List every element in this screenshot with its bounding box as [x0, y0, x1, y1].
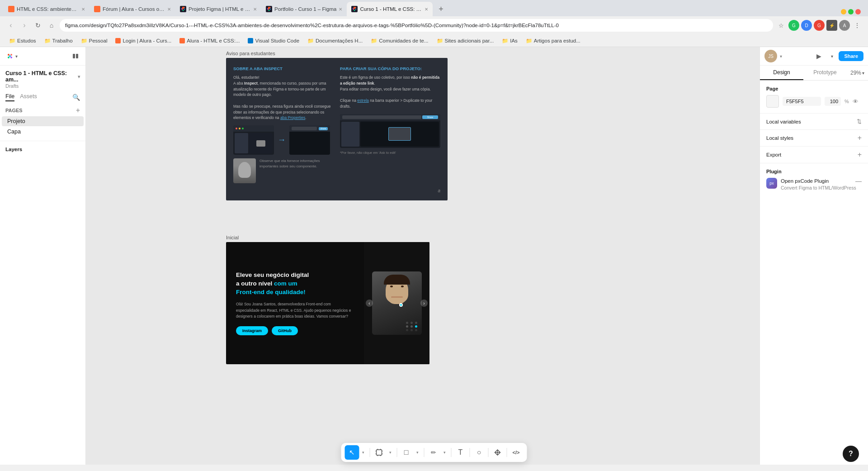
select-tool-dropdown[interactable]: ▾ [360, 445, 367, 460]
right-panel: JS ▾ ▶ ▾ Share Design Prototype 29% ▾ Pa… [760, 47, 868, 465]
component-tool[interactable] [491, 445, 505, 460]
project-title: Curso 1 - HTML e CSS: am... ▾ [5, 70, 80, 83]
reload-button[interactable]: ↻ [33, 20, 43, 31]
bookmark-pessoal[interactable]: 📁 Pessoal [77, 37, 111, 45]
local-variables-sort-icon[interactable]: ⇅ [857, 118, 862, 125]
bookmark-sites[interactable]: 📁 Sites adicionais par... [433, 37, 498, 45]
sidebar-layout-toggle[interactable] [69, 50, 82, 62]
tab-2[interactable]: Fórum | Alura - Cursos online c... ✕ [90, 2, 175, 16]
bookmark-sites-icon: 📁 [437, 38, 443, 44]
toolbar-sep-1 [370, 448, 370, 457]
share-button[interactable]: Share [839, 51, 863, 61]
select-tool[interactable]: ↖ [345, 445, 359, 460]
tab-4-close[interactable]: ✕ [339, 7, 342, 12]
bookmark-trabalho[interactable]: 📁 Trabalho [41, 37, 76, 45]
page-color-swatch[interactable] [766, 95, 779, 108]
bookmark-artigos[interactable]: 📁 Artigos para estud... [522, 37, 584, 45]
pen-tool-dropdown[interactable]: ▾ [441, 445, 448, 460]
shape-tool-dropdown[interactable]: ▾ [414, 445, 421, 460]
tab-3-close[interactable]: ✕ [253, 7, 257, 12]
project-title-area: Curso 1 - HTML e CSS: am... ▾ Drafts [0, 66, 85, 90]
figma-menu-button[interactable]: ▾ [4, 51, 20, 62]
export-add-icon[interactable]: + [858, 151, 862, 158]
tab-5-favicon [351, 6, 358, 12]
eye-icon[interactable]: 👁 [853, 98, 859, 105]
export-row: Export + [760, 147, 868, 163]
avatar-dropdown-icon[interactable]: ▾ [780, 54, 782, 59]
extension-3[interactable]: ⚡ [826, 20, 837, 31]
canvas-area[interactable]: Aviso para estudantes SOBRE A ABA INSPEC… [86, 47, 760, 465]
home-button[interactable]: ⌂ [46, 20, 57, 31]
bookmark-alura-login[interactable]: Login | Alura - Curs... [112, 37, 175, 44]
menu-button[interactable]: ⋮ [852, 20, 863, 31]
bookmark-estudos[interactable]: 📁 Estudos [5, 37, 40, 45]
profile-icon[interactable]: G [788, 20, 799, 31]
tab-5-close[interactable]: ✕ [425, 7, 428, 12]
play-dropdown[interactable]: ▾ [828, 50, 836, 62]
plugin-item: px Open pxCode Plugin — Convert Figma to… [766, 178, 862, 190]
ellipse-tool[interactable]: ○ [472, 445, 486, 460]
tab-3[interactable]: Projeto Figma | HTML e CSS: a... ✕ [175, 2, 261, 16]
pen-tool[interactable]: ✏ [426, 445, 441, 460]
warning-cols: SOBRE A ABA INSPECT Olá, estudante! A ab… [233, 66, 440, 183]
plugin-name: Open pxCode Plugin [781, 178, 829, 184]
user-avatar[interactable]: JS [764, 50, 777, 62]
bookmark-alura-html[interactable]: Alura - HTML e CSS:... [176, 37, 243, 44]
minimize-button[interactable] [841, 9, 846, 14]
tab-1-close[interactable]: ✕ [81, 7, 85, 12]
photo-nav-left[interactable]: ‹ [366, 300, 373, 307]
github-button[interactable]: GitHub [272, 326, 298, 335]
add-page-button[interactable]: + [76, 107, 80, 114]
instagram-button[interactable]: Instagram [236, 326, 268, 335]
code-tool[interactable]: </> [509, 445, 524, 460]
back-button[interactable]: ‹ [5, 20, 16, 31]
tab-1[interactable]: HTML e CSS: ambientes de de... ✕ [4, 2, 90, 16]
photo-nav-right[interactable]: › [420, 300, 428, 307]
portfolio-buttons: Instagram GitHub [236, 326, 354, 335]
file-tab[interactable]: File [5, 93, 14, 101]
forward-button[interactable]: › [19, 20, 30, 31]
zoom-dropdown[interactable]: ▾ [862, 71, 864, 76]
extension-4[interactable]: A [839, 20, 850, 31]
svg-rect-6 [76, 54, 78, 58]
page-color-input[interactable] [783, 97, 821, 106]
tab-2-close[interactable]: ✕ [167, 7, 171, 12]
tab-5-active[interactable]: Curso 1 - HTML e CSS: ambie... ✕ [347, 2, 433, 16]
frame-tool[interactable] [372, 445, 387, 460]
page-item-projeto[interactable]: Projeto [2, 116, 84, 126]
maximize-button[interactable] [848, 9, 854, 14]
frame-tool-dropdown[interactable]: ▾ [387, 445, 394, 460]
extension-1[interactable]: D [801, 20, 812, 31]
portfolio-desc: Olá! Sou Joana Santos, desenvolvedora Fr… [236, 301, 354, 320]
project-dropdown-icon[interactable]: ▾ [78, 74, 80, 79]
plugin-remove-button[interactable]: — [855, 178, 862, 184]
headline-highlight: com um [274, 280, 297, 287]
tab-4[interactable]: Portfolio - Curso 1 – Figma ✕ [261, 2, 347, 16]
page-item-capa[interactable]: Capa [2, 127, 84, 137]
bookmark-vscode-label: Visual Studio Code [255, 38, 299, 43]
local-styles-add-icon[interactable]: + [858, 134, 862, 142]
bookmark-docs[interactable]: 📁 Documentações H... [304, 37, 366, 45]
search-icon[interactable]: 🔍 [72, 94, 80, 101]
url-bar[interactable]: figma.com/design/TQfo27Pa8sxdm3iIlzV8KA/… [60, 19, 773, 32]
plugin-name-row: Open pxCode Plugin — [781, 178, 862, 184]
bookmark-vscode[interactable]: Visual Studio Code [244, 37, 303, 44]
design-tab[interactable]: Design [760, 66, 803, 80]
page-opacity-input[interactable] [825, 97, 841, 106]
assets-tab[interactable]: Assets [20, 93, 37, 101]
bookmark-ias[interactable]: 📁 IAs [498, 37, 521, 45]
new-tab-button[interactable]: + [434, 3, 447, 15]
aba-properties-link[interactable]: aba Properties [280, 115, 305, 120]
warning-note-text: Observe que ela fornece informações impo… [259, 158, 334, 169]
opcao-link[interactable]: estrela [357, 98, 369, 103]
star-icon[interactable]: ☆ [776, 20, 787, 31]
help-button[interactable]: ? [843, 446, 859, 462]
bookmark-comunidades[interactable]: 📁 Comunidades de te... [367, 37, 432, 45]
text-tool[interactable]: T [453, 445, 468, 460]
play-button[interactable]: ▶ [812, 50, 825, 62]
local-variables-label: Local variables [766, 119, 801, 124]
shape-tool[interactable]: □ [399, 445, 414, 460]
prototype-tab[interactable]: Prototype [803, 66, 847, 80]
extension-2[interactable]: G [814, 20, 825, 31]
close-button[interactable] [855, 9, 861, 14]
